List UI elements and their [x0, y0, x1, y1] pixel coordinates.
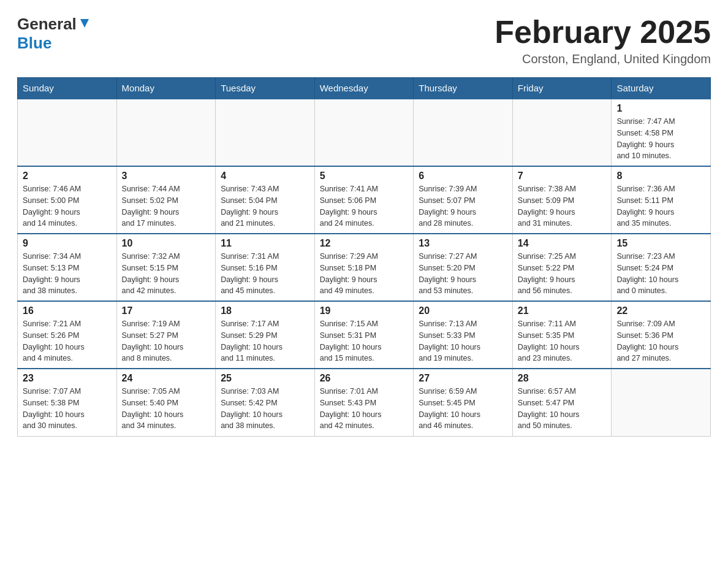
calendar-cell [216, 99, 315, 166]
calendar-cell: 21Sunrise: 7:11 AM Sunset: 5:35 PM Dayli… [512, 301, 612, 369]
day-info: Sunrise: 7:38 AM Sunset: 5:09 PM Dayligh… [518, 183, 607, 229]
day-number: 13 [419, 238, 507, 249]
calendar-cell [116, 99, 216, 166]
day-number: 27 [419, 373, 507, 384]
calendar-cell: 25Sunrise: 7:03 AM Sunset: 5:42 PM Dayli… [216, 369, 315, 436]
calendar-cell [414, 99, 513, 166]
day-info: Sunrise: 7:39 AM Sunset: 5:07 PM Dayligh… [419, 183, 507, 229]
day-info: Sunrise: 7:43 AM Sunset: 5:04 PM Dayligh… [221, 183, 309, 229]
calendar-cell: 7Sunrise: 7:38 AM Sunset: 5:09 PM Daylig… [512, 166, 612, 234]
day-number: 23 [23, 373, 112, 384]
calendar-cell: 6Sunrise: 7:39 AM Sunset: 5:07 PM Daylig… [414, 166, 513, 234]
day-number: 20 [419, 305, 507, 316]
calendar-cell: 20Sunrise: 7:13 AM Sunset: 5:33 PM Dayli… [414, 301, 513, 369]
day-number: 7 [518, 170, 607, 182]
calendar-cell: 22Sunrise: 7:09 AM Sunset: 5:36 PM Dayli… [612, 301, 711, 369]
calendar-cell [18, 99, 117, 166]
weekday-header-sunday: Sunday [18, 78, 117, 99]
weekday-header-friday: Friday [512, 78, 612, 99]
calendar-week-5: 23Sunrise: 7:07 AM Sunset: 5:38 PM Dayli… [18, 369, 711, 436]
day-info: Sunrise: 7:19 AM Sunset: 5:27 PM Dayligh… [122, 318, 211, 364]
calendar-cell: 28Sunrise: 6:57 AM Sunset: 5:47 PM Dayli… [512, 369, 612, 436]
weekday-header-row: SundayMondayTuesdayWednesdayThursdayFrid… [18, 78, 711, 99]
calendar-cell: 27Sunrise: 6:59 AM Sunset: 5:45 PM Dayli… [414, 369, 513, 436]
calendar-week-2: 2Sunrise: 7:46 AM Sunset: 5:00 PM Daylig… [18, 166, 711, 234]
day-info: Sunrise: 7:21 AM Sunset: 5:26 PM Dayligh… [23, 318, 112, 364]
day-number: 12 [320, 238, 409, 249]
day-number: 17 [122, 305, 211, 316]
weekday-header-monday: Monday [116, 78, 216, 99]
day-info: Sunrise: 7:36 AM Sunset: 5:11 PM Dayligh… [616, 183, 705, 229]
calendar-cell: 19Sunrise: 7:15 AM Sunset: 5:31 PM Dayli… [314, 301, 414, 369]
day-info: Sunrise: 7:03 AM Sunset: 5:42 PM Dayligh… [221, 386, 309, 432]
day-info: Sunrise: 7:11 AM Sunset: 5:35 PM Dayligh… [518, 318, 607, 364]
page-header: General Blue February 2025 Corston, Engl… [17, 15, 711, 66]
day-number: 22 [616, 305, 705, 316]
calendar-cell: 18Sunrise: 7:17 AM Sunset: 5:29 PM Dayli… [216, 301, 315, 369]
logo-blue-text: Blue [17, 34, 51, 53]
calendar-header: SundayMondayTuesdayWednesdayThursdayFrid… [18, 78, 711, 99]
day-number: 28 [518, 373, 607, 384]
day-number: 4 [221, 170, 309, 182]
calendar-cell: 26Sunrise: 7:01 AM Sunset: 5:43 PM Dayli… [314, 369, 414, 436]
day-info: Sunrise: 7:01 AM Sunset: 5:43 PM Dayligh… [320, 386, 409, 432]
day-info: Sunrise: 7:23 AM Sunset: 5:24 PM Dayligh… [616, 251, 705, 297]
day-number: 19 [320, 305, 409, 316]
day-number: 11 [221, 238, 309, 249]
day-number: 2 [23, 170, 112, 182]
calendar-cell: 24Sunrise: 7:05 AM Sunset: 5:40 PM Dayli… [116, 369, 216, 436]
calendar-week-1: 1Sunrise: 7:47 AM Sunset: 4:58 PM Daylig… [18, 99, 711, 166]
day-info: Sunrise: 7:13 AM Sunset: 5:33 PM Dayligh… [419, 318, 507, 364]
calendar-cell: 3Sunrise: 7:44 AM Sunset: 5:02 PM Daylig… [116, 166, 216, 234]
day-info: Sunrise: 7:34 AM Sunset: 5:13 PM Dayligh… [23, 251, 112, 297]
day-info: Sunrise: 7:32 AM Sunset: 5:15 PM Dayligh… [122, 251, 211, 297]
calendar-cell: 4Sunrise: 7:43 AM Sunset: 5:04 PM Daylig… [216, 166, 315, 234]
calendar-cell: 5Sunrise: 7:41 AM Sunset: 5:06 PM Daylig… [314, 166, 414, 234]
calendar-cell: 1Sunrise: 7:47 AM Sunset: 4:58 PM Daylig… [612, 99, 711, 166]
calendar-cell: 16Sunrise: 7:21 AM Sunset: 5:26 PM Dayli… [18, 301, 117, 369]
calendar-cell: 13Sunrise: 7:27 AM Sunset: 5:20 PM Dayli… [414, 234, 513, 301]
day-number: 18 [221, 305, 309, 316]
day-info: Sunrise: 7:07 AM Sunset: 5:38 PM Dayligh… [23, 386, 112, 432]
day-number: 15 [616, 238, 705, 249]
calendar-week-3: 9Sunrise: 7:34 AM Sunset: 5:13 PM Daylig… [18, 234, 711, 301]
day-number: 6 [419, 170, 507, 182]
day-number: 25 [221, 373, 309, 384]
calendar-body: 1Sunrise: 7:47 AM Sunset: 4:58 PM Daylig… [18, 99, 711, 436]
day-number: 24 [122, 373, 211, 384]
calendar-cell: 10Sunrise: 7:32 AM Sunset: 5:15 PM Dayli… [116, 234, 216, 301]
day-info: Sunrise: 7:41 AM Sunset: 5:06 PM Dayligh… [320, 183, 409, 229]
month-title: February 2025 [495, 15, 711, 50]
calendar-cell [512, 99, 612, 166]
calendar-cell: 15Sunrise: 7:23 AM Sunset: 5:24 PM Dayli… [612, 234, 711, 301]
day-number: 3 [122, 170, 211, 182]
day-info: Sunrise: 6:57 AM Sunset: 5:47 PM Dayligh… [518, 386, 607, 432]
day-info: Sunrise: 7:27 AM Sunset: 5:20 PM Dayligh… [419, 251, 507, 297]
calendar-table: SundayMondayTuesdayWednesdayThursdayFrid… [17, 77, 711, 437]
calendar-cell: 9Sunrise: 7:34 AM Sunset: 5:13 PM Daylig… [18, 234, 117, 301]
location-text: Corston, England, United Kingdom [495, 52, 711, 66]
day-info: Sunrise: 7:09 AM Sunset: 5:36 PM Dayligh… [616, 318, 705, 364]
day-number: 26 [320, 373, 409, 384]
logo: General Blue [17, 15, 91, 53]
day-number: 16 [23, 305, 112, 316]
day-info: Sunrise: 7:46 AM Sunset: 5:00 PM Dayligh… [23, 183, 112, 229]
weekday-header-tuesday: Tuesday [216, 78, 315, 99]
logo-arrow-icon [78, 17, 91, 33]
calendar-cell [612, 369, 711, 436]
day-info: Sunrise: 7:47 AM Sunset: 4:58 PM Dayligh… [616, 116, 705, 162]
day-number: 21 [518, 305, 607, 316]
day-number: 5 [320, 170, 409, 182]
calendar-cell [314, 99, 414, 166]
day-info: Sunrise: 7:15 AM Sunset: 5:31 PM Dayligh… [320, 318, 409, 364]
day-info: Sunrise: 7:29 AM Sunset: 5:18 PM Dayligh… [320, 251, 409, 297]
calendar-week-4: 16Sunrise: 7:21 AM Sunset: 5:26 PM Dayli… [18, 301, 711, 369]
day-info: Sunrise: 7:31 AM Sunset: 5:16 PM Dayligh… [221, 251, 309, 297]
day-info: Sunrise: 6:59 AM Sunset: 5:45 PM Dayligh… [419, 386, 507, 432]
weekday-header-thursday: Thursday [414, 78, 513, 99]
weekday-header-wednesday: Wednesday [314, 78, 414, 99]
day-info: Sunrise: 7:44 AM Sunset: 5:02 PM Dayligh… [122, 183, 211, 229]
day-number: 9 [23, 238, 112, 249]
calendar-cell: 17Sunrise: 7:19 AM Sunset: 5:27 PM Dayli… [116, 301, 216, 369]
calendar-cell: 23Sunrise: 7:07 AM Sunset: 5:38 PM Dayli… [18, 369, 117, 436]
